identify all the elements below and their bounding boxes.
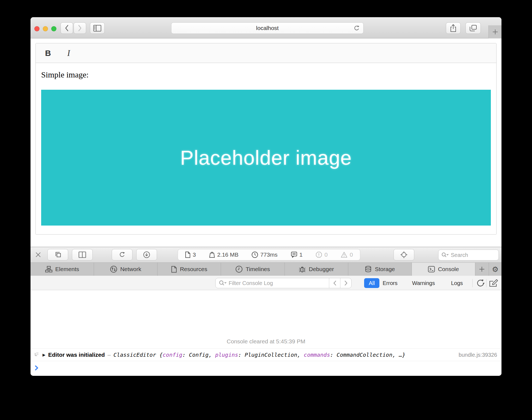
- message-bubble-icon: [291, 251, 297, 258]
- preserve-log-refresh-button[interactable]: [476, 278, 485, 288]
- devtools-new-tab-button[interactable]: [475, 263, 489, 276]
- scope-errors-button[interactable]: Errors: [383, 278, 397, 288]
- rich-text-editor: B I Simple image: Placeholder image: [35, 43, 497, 235]
- timelines-clock-icon: [235, 266, 243, 273]
- log-level-icon: [34, 352, 39, 358]
- tab-timelines[interactable]: Timelines: [221, 263, 285, 276]
- resources-icon: [171, 266, 177, 273]
- console-output[interactable]: Console cleared at 5:45:39 PM ▶ Editor w…: [31, 290, 501, 376]
- search-input[interactable]: [451, 252, 486, 258]
- detach-window-icon: [54, 251, 62, 258]
- tab-elements[interactable]: Elements: [31, 263, 94, 276]
- sidebar-icon: [93, 25, 101, 32]
- elements-icon: [45, 266, 52, 272]
- scope-all-button[interactable]: All: [364, 278, 379, 288]
- devtools-tab-strip: Elements Network Resources: [31, 263, 501, 276]
- log-separator: –: [107, 352, 111, 358]
- dock-to-window-button[interactable]: [47, 249, 68, 260]
- tab-debugger[interactable]: Debugger: [285, 263, 348, 276]
- filter-console-input[interactable]: [229, 280, 329, 286]
- filter-console-field[interactable]: [215, 278, 352, 288]
- chevron-right-icon: [78, 25, 82, 32]
- dock-to-side-button[interactable]: [72, 249, 93, 260]
- search-icon: [216, 280, 229, 286]
- stat-transfer-size: 2.16 MB: [209, 251, 238, 258]
- new-tab-button[interactable]: [488, 25, 501, 38]
- close-window-button[interactable]: [34, 26, 40, 31]
- tab-network[interactable]: Network: [94, 263, 158, 276]
- devtools-search-field[interactable]: [438, 250, 499, 260]
- console-log-row[interactable]: ▶ Editor was initialized – ClassicEditor…: [31, 349, 501, 361]
- log-object-token: : PluginCollection,: [238, 352, 304, 358]
- disclosure-triangle-icon[interactable]: ▶: [43, 353, 46, 357]
- document-icon: [185, 251, 191, 258]
- tab-overview-button[interactable]: [466, 22, 481, 34]
- sidebar-toggle-button[interactable]: [90, 22, 105, 34]
- reload-button[interactable]: [353, 25, 360, 32]
- crosshair-icon: [400, 251, 408, 259]
- devtools-toolbar: 3 2.16 MB 773ms 1: [31, 247, 501, 263]
- tab-console[interactable]: Console: [412, 263, 475, 276]
- page-reload-button[interactable]: [112, 249, 132, 260]
- divider: [486, 279, 486, 287]
- log-object-key: config: [163, 352, 182, 358]
- stat-resources: 3: [185, 251, 196, 258]
- warning-triangle-icon: [341, 251, 347, 258]
- browser-toolbar: localhost: [31, 17, 501, 38]
- log-object-key: plugins: [215, 352, 238, 358]
- log-object-token: ClassicEditor {: [113, 352, 163, 358]
- inspect-element-button[interactable]: [394, 249, 414, 260]
- plus-icon: [479, 266, 485, 272]
- editor-content[interactable]: Simple image: Placeholder image: [36, 63, 496, 234]
- zoom-window-button[interactable]: [51, 26, 56, 31]
- find-previous-button[interactable]: [329, 278, 340, 288]
- split-pane-icon: [78, 251, 86, 258]
- clock-icon: [252, 251, 258, 258]
- address-bar[interactable]: localhost: [171, 22, 364, 34]
- placeholder-image[interactable]: Placeholder image: [41, 90, 491, 226]
- italic-button[interactable]: I: [62, 47, 75, 59]
- bold-button[interactable]: B: [42, 47, 54, 59]
- download-web-archive-button[interactable]: [136, 249, 157, 260]
- share-button[interactable]: [446, 22, 461, 34]
- chevron-left-icon: [65, 25, 69, 32]
- log-object-token: : Config,: [182, 352, 215, 358]
- devtools-settings-button[interactable]: ⚙: [489, 263, 501, 276]
- storage-database-icon: [365, 266, 372, 273]
- console-prompt-row[interactable]: [31, 361, 501, 371]
- search-icon: [441, 252, 449, 258]
- resource-stats-bar[interactable]: 3 2.16 MB 773ms 1: [178, 249, 360, 260]
- web-page: B I Simple image: Placeholder image: [31, 38, 501, 247]
- log-source-link[interactable]: bundle.js:39326: [459, 352, 497, 358]
- console-icon: [428, 266, 435, 272]
- url-text: localhost: [256, 25, 279, 31]
- find-next-button[interactable]: [340, 278, 351, 288]
- safari-window: localhost: [31, 17, 501, 376]
- minimize-window-button[interactable]: [43, 26, 48, 31]
- stat-console-messages: 1: [291, 251, 303, 258]
- log-object-token: : CommandCollection, …}: [330, 352, 406, 358]
- console-cleared-message: Console cleared at 5:45:39 PM: [31, 290, 501, 349]
- gear-icon: ⚙: [492, 265, 498, 274]
- clear-console-button[interactable]: [489, 279, 498, 287]
- log-object-key: commands: [304, 352, 330, 358]
- tab-resources[interactable]: Resources: [158, 263, 221, 276]
- placeholder-image-label: Placeholder image: [180, 146, 352, 169]
- stat-warnings: 0: [341, 251, 353, 258]
- back-button[interactable]: [61, 22, 73, 34]
- editor-toolbar: B I: [36, 43, 496, 63]
- prompt-chevron-icon: [35, 365, 501, 371]
- console-filter-bar: All Errors Warnings Logs: [31, 276, 501, 290]
- devtools-close-button[interactable]: [35, 251, 41, 258]
- traffic-lights: [34, 26, 56, 31]
- forward-button[interactable]: [74, 22, 86, 34]
- reload-icon: [119, 251, 126, 258]
- stat-load-time: 773ms: [252, 251, 277, 258]
- tab-storage[interactable]: Storage: [348, 263, 412, 276]
- editor-paragraph: Simple image:: [41, 70, 491, 79]
- scope-warnings-button[interactable]: Warnings: [412, 278, 435, 288]
- stat-errors: 0: [316, 251, 328, 258]
- scope-logs-button[interactable]: Logs: [451, 278, 463, 288]
- tabs-icon: [470, 25, 477, 32]
- debugger-bug-icon: [299, 266, 306, 273]
